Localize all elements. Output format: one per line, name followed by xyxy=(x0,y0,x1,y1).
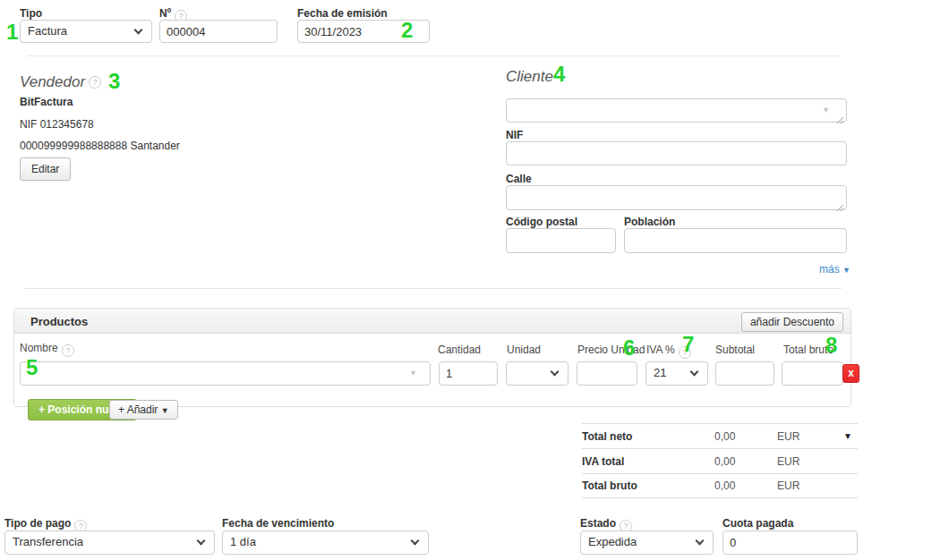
annotation-4: 4 xyxy=(553,64,565,85)
precio-unidad-label: Precio Unidad xyxy=(577,344,645,356)
fecha-vencimiento-label: Fecha de vencimiento xyxy=(222,517,334,530)
annotation-3: 3 xyxy=(108,71,120,92)
cliente-nif-input[interactable] xyxy=(506,141,847,165)
nombre-combobox[interactable]: ▼ xyxy=(20,361,431,386)
tipo-select-value: Factura xyxy=(28,24,67,38)
tipo-label: Tipo xyxy=(20,7,42,20)
nombre-label: Nombre? xyxy=(20,342,74,357)
chevron-down-icon xyxy=(411,537,420,546)
chevron-down-icon xyxy=(696,537,705,546)
cantidad-input[interactable] xyxy=(439,361,498,386)
cuota-pagada-label: Cuota pagada xyxy=(723,517,793,530)
total-bruto-label: Total bruto xyxy=(783,344,834,356)
resize-grip-icon[interactable] xyxy=(836,199,844,208)
cliente-title: Cliente xyxy=(506,68,553,86)
estado-select[interactable]: Expedida xyxy=(580,530,714,555)
vendedor-title: Vendedor? xyxy=(20,73,101,91)
cliente-nif-label: NIF xyxy=(506,129,523,141)
subtotal-label: Subtotal xyxy=(715,344,755,356)
iva-label: IVA %? xyxy=(646,344,691,359)
calle-label: Calle xyxy=(506,173,532,185)
chevron-down-icon xyxy=(197,537,206,546)
cliente-combobox[interactable]: ▼ xyxy=(506,98,847,123)
fecha-emision-input[interactable] xyxy=(297,20,430,43)
caret-down-icon: ▼ xyxy=(161,406,169,415)
fecha-vencimiento-value: 1 día xyxy=(230,535,256,548)
invoice-form-page: Tipo Factura Nº? Fecha de emisión Vended… xyxy=(0,0,932,560)
precio-unidad-input[interactable] xyxy=(577,361,637,386)
unidad-label: Unidad xyxy=(507,344,541,356)
numero-input[interactable] xyxy=(159,20,278,43)
section-divider xyxy=(24,288,842,289)
chevron-down-icon xyxy=(690,368,699,377)
chevron-down-icon xyxy=(551,368,560,377)
productos-title: Productos xyxy=(30,315,88,328)
productos-panel: Productos añadir Descuento xyxy=(13,308,851,407)
currency-dropdown-caret[interactable]: ▼ xyxy=(843,431,858,441)
section-divider xyxy=(27,55,840,56)
total-neto-row: Total neto 0,00 EUR ▼ xyxy=(582,423,858,448)
calle-textarea[interactable] xyxy=(506,185,847,210)
anadir-button[interactable]: + Añadir ▼ xyxy=(109,400,178,420)
fecha-emision-label: Fecha de emisión xyxy=(297,7,388,20)
dropdown-triangle-icon[interactable]: ▼ xyxy=(822,106,830,115)
anadir-descuento-button[interactable]: añadir Descuento xyxy=(741,312,843,332)
total-bruto-row: Total bruto 0,00 EUR xyxy=(582,473,858,498)
chevron-down-icon xyxy=(134,26,143,35)
vendedor-company: BitFactura xyxy=(20,96,73,108)
fecha-vencimiento-select[interactable]: 1 día xyxy=(222,530,429,555)
totals-table: Total neto 0,00 EUR ▼ IVA total 0,00 EUR… xyxy=(582,423,858,498)
cuota-pagada-input[interactable] xyxy=(723,530,858,555)
caret-down-icon: ▼ xyxy=(842,266,851,275)
tipo-select[interactable]: Factura xyxy=(20,20,152,43)
help-icon[interactable]: ? xyxy=(89,76,101,89)
annotation-1: 1 xyxy=(6,21,18,43)
delete-row-button[interactable]: x xyxy=(842,364,859,383)
editar-button[interactable]: Editar xyxy=(20,157,71,181)
estado-value: Expedida xyxy=(588,535,637,548)
subtotal-input[interactable] xyxy=(715,361,774,386)
total-bruto-input[interactable] xyxy=(782,361,843,386)
codigo-postal-label: Código postal xyxy=(506,216,577,228)
tipo-pago-select[interactable]: Transferencia xyxy=(4,530,215,555)
resize-grip-icon[interactable] xyxy=(836,112,844,120)
cantidad-label: Cantidad xyxy=(438,344,481,356)
codigo-postal-input[interactable] xyxy=(506,228,616,253)
poblacion-label: Población xyxy=(624,216,675,228)
mas-link[interactable]: más ▼ xyxy=(819,263,851,276)
iva-select-value: 21 xyxy=(654,366,666,379)
iva-total-row: IVA total 0,00 EUR xyxy=(582,448,858,473)
vendedor-bank-account: 000099999988888888 Santander xyxy=(20,140,180,152)
iva-select[interactable]: 21 xyxy=(646,361,708,386)
unidad-select[interactable] xyxy=(506,361,569,386)
help-icon[interactable]: ? xyxy=(62,344,74,357)
dropdown-triangle-icon[interactable]: ▼ xyxy=(409,369,417,378)
vendedor-nif: NIF 012345678 xyxy=(20,118,94,131)
tipo-pago-value: Transferencia xyxy=(13,535,83,548)
help-icon[interactable]: ? xyxy=(679,346,691,359)
poblacion-input[interactable] xyxy=(624,228,847,253)
productos-header: Productos añadir Descuento xyxy=(14,309,851,334)
